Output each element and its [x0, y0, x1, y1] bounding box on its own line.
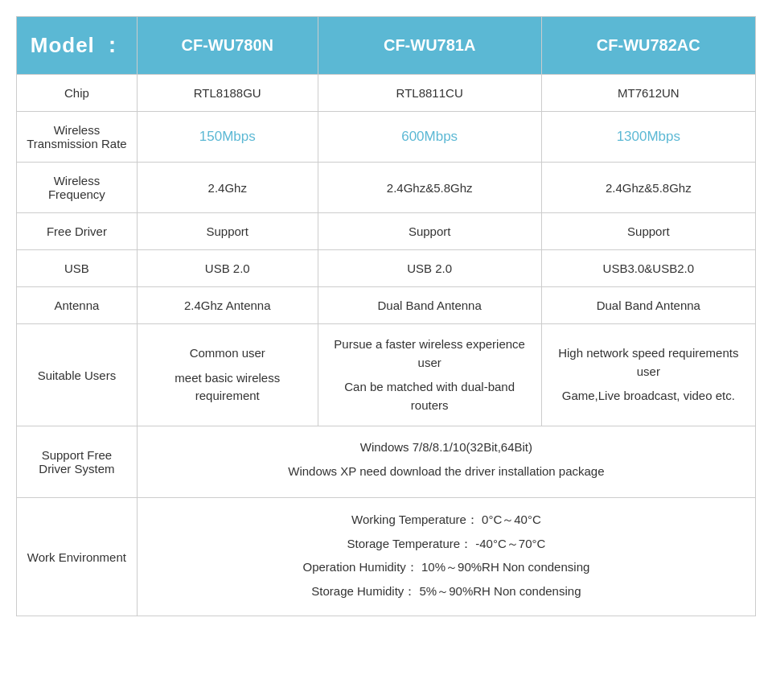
- chip-col1: RTL8188GU: [137, 75, 318, 112]
- transmission-rate-col1: 150Mbps: [137, 112, 318, 163]
- col1-header: CF-WU780N: [137, 17, 318, 75]
- col3-header-text: CF-WU782AC: [597, 36, 700, 54]
- suitable-users-col3-line2: Game,Live broadcast, video etc.: [550, 387, 747, 406]
- transmission-rate-row: WirelessTransmission Rate 150Mbps 600Mbp…: [17, 112, 756, 163]
- antenna-label: Antenna: [17, 287, 138, 324]
- antenna-col1: 2.4Ghz Antenna: [137, 287, 318, 324]
- free-driver-col1: Support: [137, 213, 318, 250]
- free-driver-label: Free Driver: [17, 213, 138, 250]
- support-free-driver-label: Support FreeDriver System: [17, 426, 138, 498]
- suitable-users-col1: Common user meet basic wireless requirem…: [137, 324, 318, 426]
- model-label-cell: Model ：: [17, 17, 138, 75]
- usb-label: USB: [17, 250, 138, 287]
- rate-col3-text: 1300Mbps: [617, 129, 680, 144]
- free-driver-col2: Support: [318, 213, 541, 250]
- work-environment-label: Work Environment: [17, 498, 138, 616]
- chip-col3: MT7612UN: [541, 75, 755, 112]
- work-environment-row: Work Environment Working Temperature： 0°…: [17, 498, 756, 616]
- usb-col3: USB3.0&USB2.0: [541, 250, 755, 287]
- work-env-line2: Storage Temperature： -40°C～70°C: [146, 533, 747, 554]
- comparison-table: Model ： CF-WU780N CF-WU781A CF-WU782AC C…: [16, 16, 756, 616]
- rate-col1-text: 150Mbps: [199, 129, 256, 144]
- suitable-users-col1-line2: meet basic wireless requirement: [146, 369, 310, 406]
- support-line1: Windows 7/8/8.1/10(32Bit,64Bit): [146, 438, 747, 457]
- transmission-rate-col3: 1300Mbps: [541, 112, 755, 163]
- suitable-users-col2-line1: Pursue a faster wireless experience user: [326, 336, 533, 372]
- suitable-users-row: Suitable Users Common user meet basic wi…: [17, 324, 756, 426]
- work-environment-content: Working Temperature： 0°C～40°C Storage Te…: [137, 498, 755, 616]
- suitable-users-col3-line1: High network speed requirements user: [550, 344, 747, 381]
- antenna-row: Antenna 2.4Ghz Antenna Dual Band Antenna…: [17, 287, 756, 324]
- antenna-col3: Dual Band Antenna: [541, 287, 755, 324]
- work-env-line1: Working Temperature： 0°C～40°C: [146, 509, 747, 530]
- suitable-users-col2-line2: Can be matched with dual-band routers: [326, 378, 533, 414]
- frequency-col1: 2.4Ghz: [137, 163, 318, 213]
- frequency-col3: 2.4Ghz&5.8Ghz: [541, 163, 755, 213]
- usb-row: USB USB 2.0 USB 2.0 USB3.0&USB2.0: [17, 250, 756, 287]
- col2-header: CF-WU781A: [318, 17, 541, 75]
- transmission-rate-label: WirelessTransmission Rate: [17, 112, 138, 163]
- suitable-users-label: Suitable Users: [17, 324, 138, 426]
- support-line2: Windows XP need download the driver inst…: [146, 462, 747, 481]
- usb-col2: USB 2.0: [318, 250, 541, 287]
- work-env-line4: Storage Humidity： 5%～90%RH Non condensin…: [146, 581, 747, 602]
- suitable-users-col1-line1: Common user: [146, 344, 310, 363]
- chip-col2: RTL8811CU: [318, 75, 541, 112]
- suitable-users-col3: High network speed requirements user Gam…: [541, 324, 755, 426]
- chip-row: Chip RTL8188GU RTL8811CU MT7612UN: [17, 75, 756, 112]
- col1-header-text: CF-WU780N: [182, 36, 273, 54]
- chip-label: Chip: [17, 75, 138, 112]
- col2-header-text: CF-WU781A: [384, 36, 475, 54]
- header-row: Model ： CF-WU780N CF-WU781A CF-WU782AC: [17, 17, 756, 75]
- transmission-rate-col2: 600Mbps: [318, 112, 541, 163]
- rate-col2-text: 600Mbps: [401, 129, 458, 144]
- model-label-text: Model ：: [31, 33, 123, 57]
- wireless-frequency-label: Wireless Frequency: [17, 163, 138, 213]
- frequency-col2: 2.4Ghz&5.8Ghz: [318, 163, 541, 213]
- support-free-driver-content: Windows 7/8/8.1/10(32Bit,64Bit) Windows …: [137, 426, 755, 498]
- support-free-driver-row: Support FreeDriver System Windows 7/8/8.…: [17, 426, 756, 498]
- usb-col1: USB 2.0: [137, 250, 318, 287]
- free-driver-row: Free Driver Support Support Support: [17, 213, 756, 250]
- antenna-col2: Dual Band Antenna: [318, 287, 541, 324]
- free-driver-col3: Support: [541, 213, 755, 250]
- col3-header: CF-WU782AC: [541, 17, 755, 75]
- work-env-line3: Operation Humidity： 10%～90%RH Non conden…: [146, 557, 747, 578]
- suitable-users-col2: Pursue a faster wireless experience user…: [318, 324, 541, 426]
- wireless-frequency-row: Wireless Frequency 2.4Ghz 2.4Ghz&5.8Ghz …: [17, 163, 756, 213]
